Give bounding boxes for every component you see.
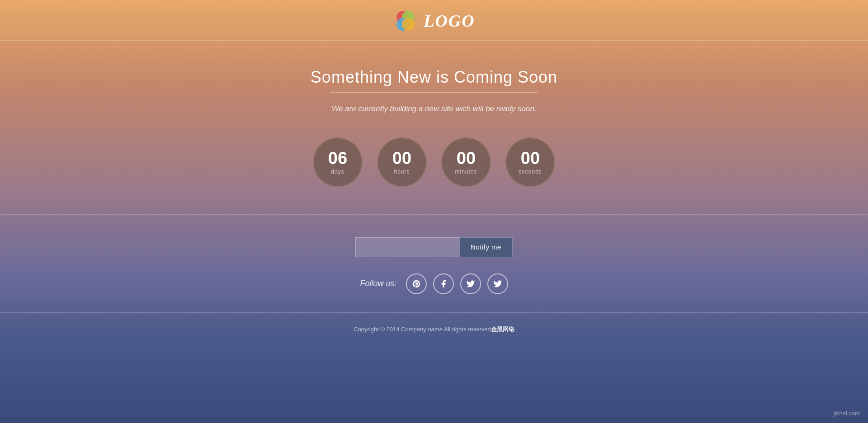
main-title: Something New is Coming Soon	[311, 68, 557, 87]
main-subtitle: We are currently building a new site wic…	[331, 103, 536, 116]
watermark: jinhei.com	[833, 410, 860, 417]
seconds-number: 00	[521, 150, 540, 167]
email-input[interactable]	[355, 237, 459, 257]
twitter-icon-2[interactable]	[487, 273, 508, 294]
countdown-circle-hours: 00 hours	[377, 137, 427, 187]
hours-label: hours	[394, 169, 410, 175]
follow-label: Follow us:	[360, 279, 396, 288]
pinterest-icon[interactable]	[406, 273, 427, 294]
days-label: days	[331, 169, 344, 175]
countdown-days: 06 days	[313, 137, 363, 187]
title-divider	[330, 92, 538, 93]
logo-container: LOGO	[393, 8, 475, 33]
facebook-icon[interactable]	[433, 273, 454, 294]
footer: Copyright © 2014.Company name All rights…	[0, 313, 868, 346]
countdown: 06 days 00 hours 00 minutes 00 seconds	[313, 137, 555, 187]
logo-text: LOGO	[424, 11, 475, 31]
footer-link[interactable]: 金黑网络	[491, 326, 514, 333]
footer-copyright: Copyright © 2014.Company name All rights…	[354, 325, 514, 334]
notify-button[interactable]: Notify me	[459, 237, 513, 257]
countdown-circle-minutes: 00 minutes	[441, 137, 491, 187]
notify-form: Notify me	[355, 237, 513, 257]
main-section: Something New is Coming Soon We are curr…	[0, 41, 868, 215]
minutes-label: minutes	[455, 169, 477, 175]
countdown-minutes: 00 minutes	[441, 137, 491, 187]
minutes-number: 00	[457, 150, 476, 167]
follow-row: Follow us:	[360, 273, 508, 294]
countdown-circle-seconds: 00 seconds	[505, 137, 555, 187]
countdown-circle-days: 06 days	[313, 137, 363, 187]
countdown-hours: 00 hours	[377, 137, 427, 187]
days-number: 06	[328, 150, 347, 167]
social-icons	[406, 273, 508, 294]
svg-point-3	[402, 18, 415, 31]
bottom-section: Notify me Follow us:	[0, 215, 868, 313]
twitter-icon-1[interactable]	[460, 273, 481, 294]
header: LOGO	[0, 0, 868, 41]
hours-number: 00	[392, 150, 411, 167]
seconds-label: seconds	[519, 169, 542, 175]
countdown-seconds: 00 seconds	[505, 137, 555, 187]
logo-icon	[393, 8, 418, 33]
